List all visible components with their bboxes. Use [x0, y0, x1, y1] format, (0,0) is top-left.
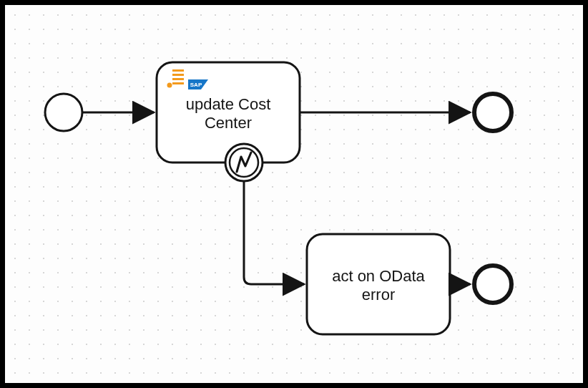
- svg-point-6: [167, 83, 172, 88]
- sap-badge-text: SAP: [190, 82, 202, 88]
- task1-label-line2: Center: [205, 114, 252, 132]
- svg-point-0: [45, 94, 82, 131]
- task-act-on-odata-error[interactable]: act on OData error: [307, 234, 450, 334]
- flow-boundary-to-task2[interactable]: [244, 181, 304, 284]
- svg-rect-3: [172, 74, 184, 76]
- svg-point-11: [474, 266, 511, 303]
- start-event[interactable]: [45, 94, 82, 131]
- boundary-error-event[interactable]: [225, 144, 263, 181]
- svg-rect-5: [172, 82, 184, 84]
- svg-rect-4: [172, 78, 184, 80]
- svg-rect-2: [172, 69, 184, 72]
- task1-label-line1: update Cost: [186, 95, 271, 113]
- end-event-2[interactable]: [474, 266, 511, 303]
- task2-label-line1: act on OData: [332, 267, 425, 285]
- end-event-1[interactable]: [474, 94, 511, 131]
- svg-point-9: [474, 94, 511, 131]
- task2-label-line2: error: [362, 286, 395, 304]
- task-update-cost-center[interactable]: SAP update Cost Center: [157, 62, 300, 163]
- diagram-canvas[interactable]: SAP update Cost Center act on OData erro: [0, 0, 588, 388]
